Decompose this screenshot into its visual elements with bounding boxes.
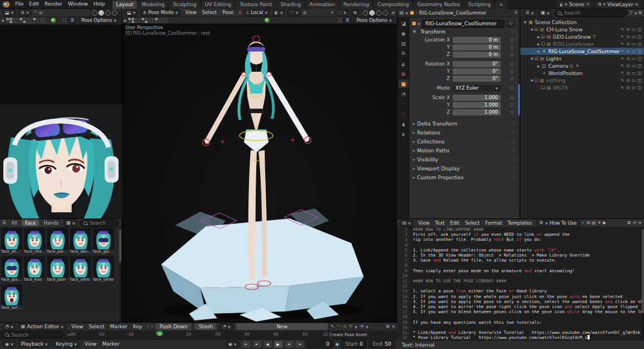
lock-icon[interactable]: ◻	[510, 103, 514, 107]
line-numbers-toggle-icon[interactable]: ≣	[627, 220, 631, 226]
bone-layer-cell[interactable]	[6, 21, 9, 23]
next-action-icon[interactable]: ›	[151, 324, 153, 329]
bone-layer-cell[interactable]	[10, 18, 12, 20]
bone-layer-cell[interactable]	[135, 21, 138, 23]
solid-shading-icon[interactable]	[98, 10, 104, 16]
channel-search-input[interactable]: Search	[1, 332, 64, 338]
bone-layer-cell[interactable]	[16, 21, 19, 23]
bone-layers-grid[interactable]	[128, 18, 168, 23]
render-disable-icon[interactable]: ◫	[637, 41, 642, 46]
outliner-row[interactable]: ▼☐▤nothing↖⊙▭◫	[520, 77, 644, 84]
material-shading-icon[interactable]	[376, 10, 382, 16]
workspace-tab-modeling[interactable]: Modeling	[138, 1, 169, 9]
field-z[interactable]: 1.000	[453, 109, 501, 115]
viewport-disable-icon[interactable]: ▭	[632, 56, 636, 61]
pose-thumbnail[interactable]	[24, 256, 45, 277]
dope-menu-key[interactable]: Key	[130, 323, 145, 331]
pose-asset-item[interactable]: face_cha...	[24, 228, 45, 254]
field-z[interactable]: 0°	[453, 76, 501, 82]
selectable-icon[interactable]: ↖	[621, 56, 624, 61]
field-mode[interactable]: XYZ Euler▼	[453, 85, 501, 91]
material-shading-icon[interactable]	[105, 10, 111, 16]
rendered-shading-icon[interactable]	[112, 10, 117, 16]
bone-layer-cell[interactable]	[128, 21, 131, 23]
display-mode-dropdown[interactable]: ☰▼	[523, 10, 537, 17]
menu-window[interactable]: Window	[65, 0, 91, 8]
bone-layer-cell[interactable]	[36, 21, 39, 23]
bone-layer-cell[interactable]	[158, 21, 161, 23]
viewport-disable-icon[interactable]: ▭	[632, 85, 636, 90]
pose-asset-item[interactable]: face_smio	[70, 256, 91, 282]
bone-layer-cell[interactable]	[135, 18, 138, 20]
mode-selector[interactable]: ⋔▼	[18, 9, 31, 16]
bone-layer-cell[interactable]	[131, 21, 134, 23]
bone-layer-cell[interactable]	[43, 18, 46, 20]
axis-x-toggle[interactable]: X	[68, 17, 77, 24]
section-visibility[interactable]: ▸Visibility∷	[410, 155, 519, 164]
pose-asset-item[interactable]: face_glas...	[93, 228, 114, 254]
render-disable-icon[interactable]: ◫	[637, 85, 642, 90]
unlink-text-icon[interactable]: ✕	[598, 220, 601, 226]
hamburger-menu-icon[interactable]: ☰	[2, 220, 6, 226]
decorator-icon[interactable]: ·	[515, 110, 516, 114]
snap-icon[interactable]: ◠	[337, 324, 341, 329]
grid-icon[interactable]: ⊞	[386, 324, 389, 329]
render-disable-icon[interactable]: ◫	[637, 78, 642, 83]
section-custom-properties[interactable]: ▸Custom Properties∷	[410, 173, 519, 182]
unlink-icon[interactable]: ✕	[586, 2, 590, 7]
bone-layer-cell[interactable]	[138, 18, 141, 20]
object-data-icon[interactable]: ■	[412, 21, 416, 26]
bone-layer-cell[interactable]	[152, 21, 154, 23]
field-rotation-x[interactable]: 0°	[453, 61, 501, 67]
hide-eye-icon[interactable]: ⊙	[626, 41, 630, 46]
workspace-tab-rendering[interactable]: Rendering	[340, 1, 374, 9]
jump-to-start-button[interactable]: ⇤	[242, 340, 251, 348]
decorator-icon[interactable]: ·	[515, 103, 516, 107]
code-area[interactable]: 1#### HOW TO LINK/APPEND ####2First off,…	[397, 227, 644, 341]
fake-user-icon[interactable]: ✓	[581, 220, 585, 226]
remove-view-layer-icon[interactable]: ⧈	[635, 2, 638, 7]
pose-thumbnail[interactable]	[24, 228, 45, 249]
bone-layer-cell[interactable]	[142, 21, 144, 23]
pose-asset-item[interactable]: face_pain...	[47, 228, 68, 254]
menu-help[interactable]: Help	[91, 0, 108, 8]
decorator-icon[interactable]: ·	[515, 95, 516, 100]
render-disable-icon[interactable]: ◫	[637, 34, 642, 39]
create-pose-asset-option[interactable]: ☐ Create Pose Asset	[323, 332, 367, 337]
expander-icon[interactable]: ▼	[529, 27, 534, 31]
bone-layer-cell[interactable]	[158, 18, 161, 20]
solid-shading-icon[interactable]	[369, 10, 375, 16]
text-menu-text[interactable]: Text	[432, 219, 447, 227]
properties-tab-object[interactable]: ■	[398, 80, 408, 88]
blender-logo-icon[interactable]	[3, 2, 10, 7]
bone-layer-cell[interactable]	[30, 21, 32, 23]
lock-icon[interactable]: ◻	[510, 69, 514, 73]
bone-layer-cell[interactable]	[26, 18, 29, 20]
bone-layer-cell[interactable]	[145, 18, 148, 20]
lock-icon[interactable]: ◻	[510, 110, 514, 114]
dope-sheet-mode-dropdown[interactable]: ▦Action Editor▼	[18, 323, 67, 331]
properties-tab-scene[interactable]: ◭	[398, 59, 408, 68]
viewport-disable-icon[interactable]: ▭	[632, 78, 636, 83]
bone-layer-cell[interactable]	[162, 21, 164, 23]
field-y[interactable]: 0°	[453, 68, 501, 75]
auto-normalize-icon[interactable]: ∧	[392, 324, 395, 329]
timeline-menu-marker[interactable]: Marker	[100, 340, 123, 348]
filter-funnel-icon[interactable]: ▽	[629, 10, 633, 16]
workspace-tab-layout[interactable]: Layout	[112, 1, 138, 9]
timeline-menu-view[interactable]: View	[82, 340, 99, 348]
filter-funnel-icon[interactable]: ▽	[349, 324, 352, 329]
lock-icon[interactable]: ◻	[510, 76, 514, 81]
lock-icon[interactable]: ◻	[510, 45, 514, 49]
show-gizmo-icon[interactable]: ⌖	[331, 10, 334, 16]
selectable-icon[interactable]: ↖	[621, 78, 624, 83]
hide-eye-icon[interactable]: ⊙	[626, 34, 630, 39]
decorator-icon[interactable]: ·	[515, 52, 516, 57]
outliner-row[interactable]: ☐▤WGTS↖⊙▭◫	[520, 84, 644, 91]
orientation-ball-icon[interactable]	[51, 18, 56, 23]
wireframe-shading-icon[interactable]	[92, 10, 97, 16]
render-disable-icon[interactable]: ◫	[637, 27, 642, 32]
dope-menu-marker[interactable]: Marker	[107, 323, 130, 331]
exclude-checkbox[interactable]: ☐	[534, 78, 538, 83]
decorator-icon[interactable]: ·	[515, 62, 516, 66]
